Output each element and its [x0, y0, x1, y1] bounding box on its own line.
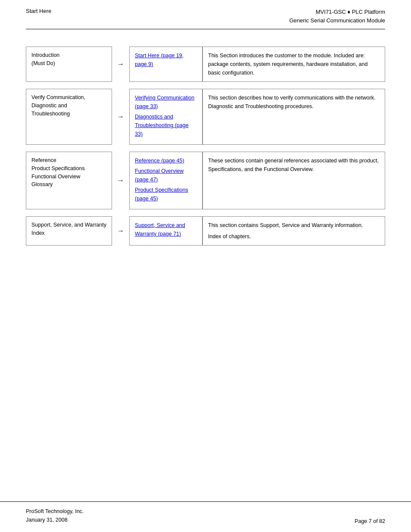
support-row: Support, Service, and Warranty Index → S…	[26, 216, 385, 246]
header-right-line1: MVI71-GSC ♦ PLC Platform	[316, 9, 385, 15]
footer-left: ProSoft Technology, Inc. January 31, 200…	[26, 507, 84, 524]
functional-overview-label: Functional Overview	[31, 173, 106, 181]
product-specs-label: Product Specifications	[31, 165, 106, 173]
intro-label: Introduction	[31, 51, 106, 59]
support-right: This section contains Support, Service a…	[202, 216, 385, 246]
reference-middle: Reference (page 45) Functional Overview …	[129, 152, 202, 209]
introduction-left: Introduction (Must Do)	[26, 47, 112, 82]
support-arrow: →	[112, 216, 129, 246]
reference-right: These sections contain general reference…	[202, 152, 385, 209]
functional-overview-link[interactable]: Functional Overview (page 47)	[135, 167, 197, 184]
main-content: Introduction (Must Do) → Start Here (pag…	[0, 29, 411, 270]
intro-sublabel: (Must Do)	[31, 59, 106, 68]
header-right-title: MVI71-GSC ♦ PLC Platform Generic Serial …	[289, 8, 385, 25]
verify-middle: Verifying Communication (page 33) Diagno…	[129, 89, 202, 145]
footer-company: ProSoft Technology, Inc.	[26, 507, 84, 516]
page-footer: ProSoft Technology, Inc. January 31, 200…	[0, 501, 411, 532]
product-specs-link[interactable]: Product Specifications (page 45)	[135, 186, 197, 203]
reference-label: Reference	[31, 156, 106, 165]
support-left: Support, Service, and Warranty Index	[26, 216, 112, 246]
header-left-title: Start Here	[26, 8, 51, 14]
support-right-line2: Index of chapters.	[208, 232, 380, 241]
support-right-line1: This section contains Support, Service a…	[208, 221, 380, 230]
verify-arrow: →	[112, 89, 129, 145]
verify-right: This section describes how to verify com…	[202, 89, 385, 145]
intro-arrow: →	[112, 47, 129, 82]
verify-left: Verify Communication, Diagnostic and Tro…	[26, 89, 112, 145]
intro-middle: Start Here (page 19, page 9)	[129, 47, 202, 82]
reference-left: Reference Product Specifications Functio…	[26, 152, 112, 209]
support-middle: Support, Service and Warranty (page 71)	[129, 216, 202, 246]
intro-right: This Section introduces the customer to …	[202, 47, 385, 82]
page-header: Start Here MVI71-GSC ♦ PLC Platform Gene…	[0, 0, 411, 29]
support-warranty-link[interactable]: Support, Service and Warranty (page 71)	[135, 221, 197, 238]
start-here-link[interactable]: Start Here (page 19, page 9)	[135, 51, 197, 68]
support-label: Support, Service, and Warranty	[31, 221, 106, 229]
verifying-comm-link[interactable]: Verifying Communication (page 33)	[135, 93, 197, 111]
glossary-label: Glossary	[31, 180, 106, 189]
diagnostics-link[interactable]: Diagnostics and Troubleshooting (page 33…	[135, 112, 197, 138]
footer-page-number: Page 7 of 82	[355, 518, 385, 524]
introduction-row: Introduction (Must Do) → Start Here (pag…	[26, 47, 385, 82]
verify-label: Verify Communication, Diagnostic and Tro…	[31, 93, 106, 118]
reference-arrow: →	[112, 152, 129, 209]
index-label: Index	[31, 229, 106, 237]
header-right-line2: Generic Serial Communication Module	[289, 17, 385, 24]
verify-row: Verify Communication, Diagnostic and Tro…	[26, 89, 385, 145]
reference-row: Reference Product Specifications Functio…	[26, 152, 385, 209]
reference-link[interactable]: Reference (page 45)	[135, 156, 197, 165]
footer-date: January 31, 2008	[26, 516, 84, 524]
